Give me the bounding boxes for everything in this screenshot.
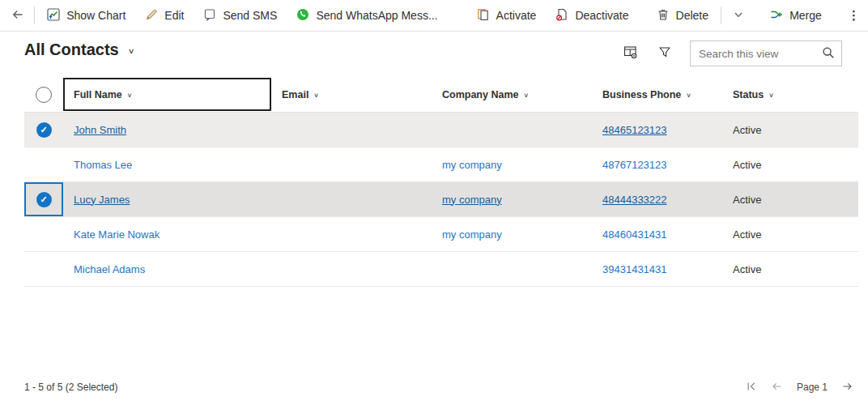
show-chart-icon — [47, 8, 60, 23]
first-page-icon — [746, 381, 757, 395]
contact-name-link[interactable]: Michael Adams — [74, 263, 145, 275]
check-icon: ✓ — [40, 125, 47, 135]
company-link[interactable]: my company — [442, 194, 502, 206]
column-settings-icon — [623, 45, 638, 62]
row-checkbox-checked[interactable]: ✓ — [36, 122, 52, 138]
search-box — [690, 41, 842, 66]
pager: Page 1 — [740, 378, 858, 397]
row-checkbox-cell: ✓ — [24, 113, 63, 147]
sms-message-icon — [203, 8, 216, 23]
contact-name-link[interactable]: Kate Marie Nowak — [74, 228, 160, 241]
column-header-company-name[interactable]: Company Name ∨ — [432, 78, 592, 112]
sort-chevron-icon: ∨ — [523, 92, 529, 99]
column-label: Full Name — [74, 89, 122, 100]
back-button[interactable] — [3, 2, 32, 28]
sort-chevron-icon: ∨ — [127, 92, 133, 99]
show-chart-button[interactable]: Show Chart — [37, 2, 135, 28]
company-link[interactable]: my company — [442, 159, 502, 171]
select-all-checkbox[interactable] — [36, 87, 52, 103]
table-row[interactable]: ✓ John Smith 48465123123 Active — [24, 113, 858, 147]
phone-link[interactable]: 48767123123 — [602, 159, 667, 171]
filter-funnel-icon — [658, 46, 671, 61]
phone-link[interactable]: 39431431431 — [602, 263, 667, 275]
send-whatsapp-button[interactable]: Send WhatsApp Mess... — [287, 2, 447, 28]
merge-icon — [770, 8, 783, 23]
sort-chevron-icon: ∨ — [313, 92, 319, 99]
contact-name-link[interactable]: John Smith — [74, 124, 126, 136]
deactivate-button[interactable]: Deactivate — [546, 2, 638, 28]
edit-columns-button[interactable] — [617, 41, 645, 66]
row-checkbox-cell[interactable] — [24, 252, 63, 286]
deactivate-icon — [555, 8, 568, 23]
row-checkbox-cell[interactable] — [24, 147, 63, 181]
search-submit-button[interactable] — [815, 41, 841, 66]
column-header-status[interactable]: Status ∨ — [722, 78, 858, 112]
column-header-email[interactable]: Email ∨ — [271, 78, 432, 112]
page-indicator: Page 1 — [797, 382, 828, 393]
contacts-grid: Full Name ∨ Email ∨ Company Name ∨ Busin… — [24, 78, 858, 287]
status-cell: Active — [733, 194, 761, 206]
column-label: Email — [282, 89, 308, 100]
toolbar-divider — [34, 6, 35, 24]
whatsapp-icon — [296, 8, 309, 23]
merge-button[interactable]: Merge — [760, 2, 832, 28]
table-row[interactable]: Kate Marie Nowak my company 48460431431 … — [24, 217, 858, 252]
contact-name-link[interactable]: Thomas Lee — [74, 159, 132, 171]
phone-link[interactable]: 48444333222 — [602, 194, 667, 206]
sort-chevron-icon: ∨ — [768, 92, 774, 99]
view-selector-chevron-icon: ∨ — [128, 47, 135, 56]
search-input[interactable] — [691, 48, 815, 60]
delete-split-chevron-button[interactable] — [724, 2, 752, 28]
view-tools — [617, 41, 842, 66]
status-cell: Active — [733, 228, 761, 241]
delete-label: Delete — [676, 9, 708, 22]
select-all-cell — [24, 78, 63, 112]
table-row[interactable]: Thomas Lee my company 48767123123 Active — [24, 147, 858, 182]
view-selector[interactable]: All Contacts ∨ — [24, 41, 134, 59]
activate-button[interactable]: Activate — [467, 2, 547, 28]
deactivate-label: Deactivate — [575, 9, 628, 22]
contact-name-link[interactable]: Lucy James — [74, 194, 130, 206]
edit-button[interactable]: Edit — [135, 2, 194, 28]
page-title: All Contacts — [24, 41, 119, 59]
previous-arrow-icon — [771, 381, 783, 395]
pencil-icon — [145, 8, 158, 23]
chevron-down-icon — [734, 10, 743, 22]
status-cell: Active — [733, 263, 761, 275]
next-page-button[interactable] — [836, 378, 858, 397]
phone-link[interactable]: 48460431431 — [602, 228, 667, 241]
status-cell: Active — [733, 124, 761, 136]
row-checkbox-checked[interactable]: ✓ — [36, 192, 52, 207]
overflow-ellipsis-icon: ⋮ — [848, 8, 860, 23]
filter-button[interactable] — [651, 41, 679, 66]
table-row[interactable]: Michael Adams 39431431431 Active — [24, 252, 858, 287]
send-whatsapp-label: Send WhatsApp Mess... — [316, 9, 437, 22]
send-sms-button[interactable]: Send SMS — [194, 2, 287, 28]
send-sms-label: Send SMS — [223, 9, 277, 22]
activate-label: Activate — [496, 9, 537, 22]
view-header: All Contacts ∨ — [0, 32, 868, 78]
phone-link[interactable]: 48465123123 — [602, 124, 667, 136]
show-chart-label: Show Chart — [66, 9, 126, 22]
delete-button[interactable]: Delete — [647, 2, 718, 28]
first-page-button[interactable] — [740, 378, 763, 397]
column-header-business-phone[interactable]: Business Phone ∨ — [592, 78, 722, 112]
record-count: 1 - 5 of 5 (2 Selected) — [24, 382, 117, 393]
column-label: Status — [733, 89, 764, 100]
row-checkbox-cell[interactable] — [24, 217, 63, 251]
column-label: Business Phone — [602, 89, 681, 100]
more-commands-button[interactable]: ⋮ — [840, 2, 868, 28]
grid-header-row: Full Name ∨ Email ∨ Company Name ∨ Busin… — [24, 78, 858, 113]
table-row[interactable]: ✓ Lucy James my company 48444333222 Acti… — [24, 182, 858, 217]
column-header-full-name[interactable]: Full Name ∨ — [63, 78, 271, 112]
company-link[interactable]: my company — [442, 228, 502, 241]
search-icon — [822, 46, 835, 62]
column-label: Company Name — [442, 89, 518, 100]
trash-icon — [657, 8, 670, 23]
toolbar-divider — [721, 6, 721, 24]
sort-chevron-icon: ∨ — [686, 92, 691, 99]
command-bar: Show Chart Edit Send SMS Send WhatsApp M… — [0, 0, 868, 32]
back-arrow-icon — [11, 8, 24, 23]
edit-label: Edit — [164, 9, 184, 22]
previous-page-button[interactable] — [766, 378, 789, 397]
